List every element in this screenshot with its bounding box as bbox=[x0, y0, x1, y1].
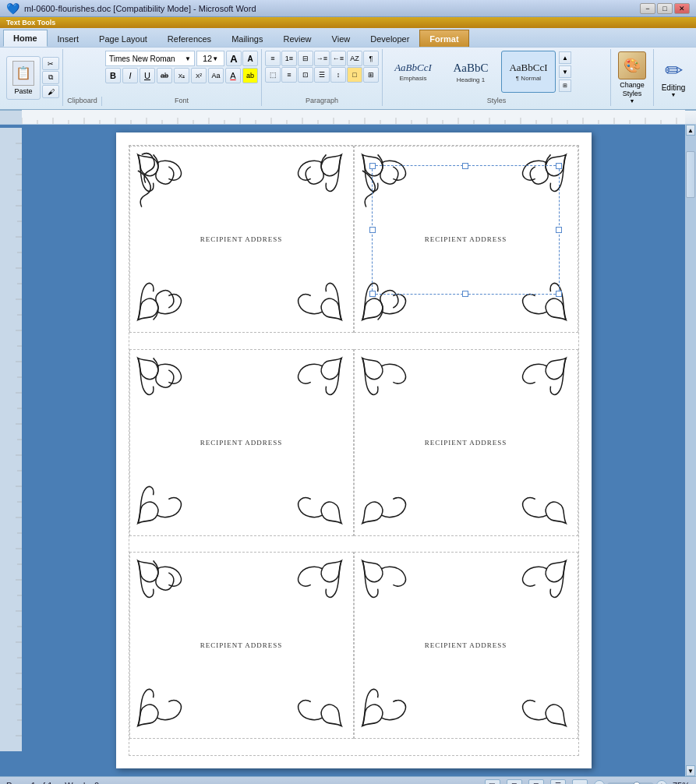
styles-row: AaBbCcI Emphasis AaBbC Heading 1 AaBbCcI… bbox=[386, 51, 607, 93]
font-size-dropdown-icon[interactable]: ▼ bbox=[212, 55, 218, 62]
handle-middle-right[interactable] bbox=[556, 227, 562, 233]
scrollbar-vertical[interactable]: ▲ ▼ bbox=[685, 125, 696, 776]
handle-top-right[interactable] bbox=[556, 163, 562, 169]
highlight-button[interactable]: ab bbox=[242, 68, 258, 83]
font-group: Times New Roman ▼ 12 ▼ A A B I U ab X₂ X… bbox=[102, 49, 262, 106]
strikethrough-button[interactable]: ab bbox=[157, 68, 172, 83]
tab-insert[interactable]: Insert bbox=[48, 30, 90, 47]
scroll-down-button[interactable]: ▼ bbox=[686, 765, 695, 776]
zoom-thumb[interactable] bbox=[633, 782, 641, 785]
tab-references[interactable]: References bbox=[157, 30, 221, 47]
styles-up-button[interactable]: ▲ bbox=[559, 51, 571, 64]
cut-button[interactable]: ✂ bbox=[42, 57, 59, 70]
handle-top-left[interactable] bbox=[369, 163, 376, 169]
align-center-button[interactable]: ≡ bbox=[281, 67, 297, 83]
show-formatting-button[interactable]: ¶ bbox=[363, 51, 379, 66]
line-spacing-button[interactable]: ↕ bbox=[330, 67, 346, 83]
style-emphasis[interactable]: AaBbCcI Emphasis bbox=[386, 51, 440, 93]
style-normal[interactable]: AaBbCcI ¶ Normal bbox=[501, 51, 556, 93]
styles-down-button[interactable]: ▼ bbox=[559, 65, 571, 78]
handle-top-middle[interactable] bbox=[462, 163, 468, 169]
shading-button[interactable]: □ bbox=[347, 67, 362, 83]
minimize-button[interactable]: − bbox=[640, 3, 655, 14]
decrease-indent-button[interactable]: ←≡ bbox=[330, 51, 346, 66]
ruler-body[interactable] bbox=[22, 110, 685, 125]
label-cell-1-0[interactable]: RECIPIENT ADDRESS bbox=[129, 349, 354, 536]
font-name-dropdown-icon[interactable]: ▼ bbox=[185, 55, 191, 62]
font-size-buttons: A A bbox=[226, 51, 258, 66]
title-bar: 💙 ml-0600-flourishes.doc [Compatibility … bbox=[0, 0, 696, 17]
font-size-box[interactable]: 12 ▼ bbox=[196, 51, 224, 66]
recipient-address-2-1: RECIPIENT ADDRESS bbox=[425, 641, 507, 649]
document-area[interactable]: RECIPIENT ADDRESS bbox=[22, 125, 685, 776]
context-tab-label: Text Box Tools bbox=[6, 19, 55, 26]
clear-formatting-button[interactable]: Aa bbox=[208, 68, 224, 83]
full-screen-view-button[interactable]: ⊡ bbox=[507, 779, 522, 785]
increase-indent-button[interactable]: →≡ bbox=[314, 51, 330, 66]
bullet-list-button[interactable]: ≡ bbox=[265, 51, 281, 66]
tab-mailings[interactable]: Mailings bbox=[221, 30, 273, 47]
format-painter-button[interactable]: 🖌 bbox=[42, 85, 59, 98]
copy-button[interactable]: ⧉ bbox=[42, 71, 59, 84]
clipboard-label: Clipboard bbox=[63, 97, 102, 106]
maximize-button[interactable]: □ bbox=[657, 3, 673, 14]
handle-bottom-middle[interactable] bbox=[462, 291, 468, 297]
align-left-button[interactable]: ⬚ bbox=[265, 67, 281, 83]
style-normal-preview: AaBbCcI bbox=[509, 62, 547, 74]
editing-button[interactable]: ✏ Editing ▼ bbox=[654, 49, 693, 106]
styles-expand-button[interactable]: ⊞ bbox=[559, 79, 571, 92]
page: RECIPIENT ADDRESS bbox=[116, 132, 592, 768]
scroll-thumb-vertical[interactable] bbox=[686, 151, 695, 198]
title-bar-right: − □ ✕ bbox=[640, 3, 690, 14]
label-cell-2-0[interactable]: RECIPIENT ADDRESS bbox=[129, 552, 354, 739]
borders-button[interactable]: ⊞ bbox=[363, 67, 379, 83]
editing-dropdown-icon: ▼ bbox=[671, 92, 677, 97]
change-styles-button[interactable]: 🎨 ChangeStyles ▼ bbox=[611, 49, 654, 106]
label-cell-2-1[interactable]: RECIPIENT ADDRESS bbox=[354, 552, 578, 739]
outline-view-button[interactable]: ☰ bbox=[550, 779, 566, 785]
style-emphasis-preview: AaBbCcI bbox=[394, 62, 432, 74]
tab-page-layout[interactable]: Page Layout bbox=[89, 30, 157, 47]
tab-view[interactable]: View bbox=[322, 30, 361, 47]
justify-button[interactable]: ☰ bbox=[314, 67, 330, 83]
print-layout-view-button[interactable]: ▤ bbox=[485, 779, 500, 785]
handle-bottom-left[interactable] bbox=[369, 291, 376, 297]
subscript-button[interactable]: X₂ bbox=[174, 68, 189, 83]
paragraph-group-label: Paragraph bbox=[265, 95, 379, 104]
sort-button[interactable]: AZ bbox=[347, 51, 362, 66]
paste-button[interactable]: 📋 Paste bbox=[6, 56, 41, 100]
align-right-button[interactable]: ⊡ bbox=[298, 67, 313, 83]
decrease-font-button[interactable]: A bbox=[242, 51, 258, 66]
tab-format[interactable]: Format bbox=[419, 30, 468, 47]
font-color-button[interactable]: A bbox=[225, 68, 241, 83]
zoom-in-button[interactable]: + bbox=[656, 780, 667, 785]
handle-middle-left[interactable] bbox=[369, 227, 376, 233]
ribbon-tabs: Home Insert Page Layout References Maili… bbox=[0, 28, 696, 47]
tab-review[interactable]: Review bbox=[273, 30, 321, 47]
web-layout-view-button[interactable]: ⊞ bbox=[528, 779, 544, 785]
tab-developer[interactable]: Developer bbox=[360, 30, 419, 47]
outline-list-button[interactable]: ⊟ bbox=[298, 51, 313, 66]
increase-font-button[interactable]: A bbox=[226, 51, 242, 66]
superscript-button[interactable]: X² bbox=[191, 68, 207, 83]
change-styles-dropdown-icon: ▼ bbox=[630, 98, 635, 104]
font-name-box[interactable]: Times New Roman ▼ bbox=[105, 51, 195, 66]
font-name-row: Times New Roman ▼ 12 ▼ A A bbox=[105, 51, 258, 66]
tab-home[interactable]: Home bbox=[3, 30, 48, 47]
label-cell-0-1[interactable]: RECIPIENT ADDRESS bbox=[354, 146, 578, 333]
style-heading1[interactable]: AaBbC Heading 1 bbox=[443, 51, 498, 93]
bold-button[interactable]: B bbox=[105, 68, 121, 83]
zoom-control[interactable]: − + 75% bbox=[594, 780, 690, 785]
label-cell-1-1[interactable]: RECIPIENT ADDRESS bbox=[354, 349, 578, 536]
recipient-address-0-0: RECIPIENT ADDRESS bbox=[200, 235, 283, 243]
italic-button[interactable]: I bbox=[122, 68, 138, 83]
label-cell-0-0[interactable]: RECIPIENT ADDRESS bbox=[129, 146, 354, 333]
draft-view-button[interactable]: ≡ bbox=[572, 779, 588, 785]
scroll-up-button[interactable]: ▲ bbox=[686, 125, 695, 136]
numbered-list-button[interactable]: 1≡ bbox=[281, 51, 297, 66]
handle-bottom-right[interactable] bbox=[556, 291, 562, 297]
zoom-out-button[interactable]: − bbox=[594, 780, 605, 785]
close-button[interactable]: ✕ bbox=[674, 3, 690, 14]
zoom-percentage: 75% bbox=[673, 781, 690, 785]
underline-button[interactable]: U bbox=[140, 68, 155, 83]
